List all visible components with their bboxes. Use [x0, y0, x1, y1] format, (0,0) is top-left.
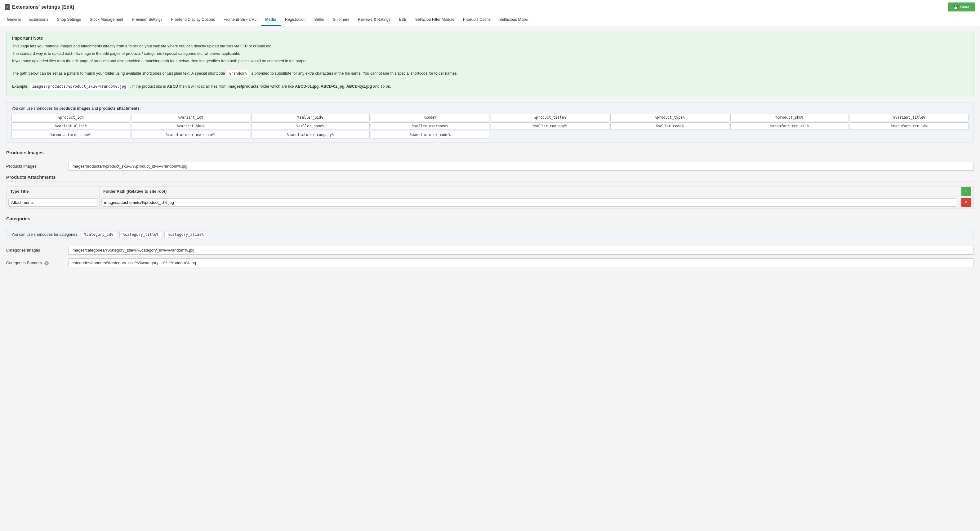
- nav-tab-general[interactable]: General: [3, 14, 25, 26]
- nav-tab-frontend-sef[interactable]: Frontend SEF URL: [219, 14, 261, 26]
- products-attachments-heading: Products Attachments: [6, 174, 974, 180]
- nav-tab-shop-settings[interactable]: Shop Settings: [53, 14, 86, 26]
- main-content: Important Note This page lets you manage…: [0, 26, 980, 276]
- attachments-table-header: Type Title Folder Path (Relative to site…: [6, 186, 974, 196]
- shortcode-tag: %variant_sku%: [131, 122, 250, 130]
- shortcode-tag: %manufacturer_sku%: [730, 122, 849, 130]
- pattern-text-before: The path below can be set as a pattern t…: [12, 71, 225, 76]
- example-text-before: . If the product sku is: [130, 84, 166, 89]
- shortcodes-intro-before: You can use shortcodes for: [11, 106, 58, 111]
- add-attachment-button[interactable]: +: [961, 187, 971, 196]
- nav-tab-b2b[interactable]: B2B: [395, 14, 411, 26]
- shortcode-tag: %seller_name%: [251, 122, 370, 130]
- nav-tab-sellacious-mailer[interactable]: Sellacious Mailer: [495, 14, 533, 26]
- products-images-input[interactable]: [68, 162, 974, 171]
- nav-tab-shipment[interactable]: Shipment: [328, 14, 353, 26]
- shortcode-tag: %variant_title%: [850, 114, 969, 121]
- shortcode-tag: %seller_username%: [371, 122, 489, 130]
- nav-tabs: GeneralExtensionsShop SettingsStock Mana…: [0, 14, 980, 26]
- save-icon: 💾: [953, 5, 958, 9]
- remove-attachment-button[interactable]: ×: [961, 198, 971, 207]
- pattern-shortcode-badge: %random%: [227, 70, 249, 77]
- shortcode-tag: %seller_uid%: [251, 114, 370, 121]
- shortcode-tag: %code%: [371, 114, 489, 121]
- attachment-row: ×: [6, 196, 974, 209]
- categories-banners-input[interactable]: [68, 258, 974, 267]
- page-title: ≡ Extensions' settings [Edit]: [5, 4, 74, 10]
- shortcode-tag: %product_sku%: [730, 114, 849, 121]
- cat-shortcode-title: %category_title%: [119, 231, 162, 238]
- example-text-end: folder which are like: [259, 84, 294, 89]
- shortcode-tag: %variant_alias%: [11, 122, 130, 130]
- nav-tab-products-cache[interactable]: Products Cache: [459, 14, 495, 26]
- categories-images-input[interactable]: [68, 246, 974, 255]
- products-attachments-section: Products Attachments Type Title Folder P…: [6, 174, 974, 209]
- menu-icon: ≡: [5, 4, 10, 10]
- info-pattern-line: The path below can be set as a pattern t…: [12, 70, 968, 77]
- example-files: ABCD-01.jpg, ABCD-02.jpg, ABCD-xyz.jpg: [295, 84, 372, 89]
- categories-heading: Categories: [6, 216, 974, 221]
- nav-tab-seller[interactable]: Seller: [310, 14, 328, 26]
- info-box-title: Important Note: [12, 36, 968, 41]
- save-button[interactable]: 💾 Save: [948, 3, 975, 11]
- example-text-middle: then it will load all files from: [179, 84, 226, 89]
- shortcodes-and: and: [91, 106, 98, 111]
- categories-banners-label: Categories Banners i: [6, 260, 68, 265]
- cat-shortcode-alias: %category_alias%: [164, 231, 207, 238]
- type-title-cell: [6, 197, 100, 208]
- products-images-section: Products Images Products Images: [6, 150, 974, 171]
- shortcode-tag: %manufacturer_username%: [131, 131, 250, 138]
- shortcodes-products-attachments: products attachments: [99, 106, 140, 111]
- products-images-label: Products Images: [6, 164, 68, 168]
- nav-tab-reviews[interactable]: Reviews & Ratings: [353, 14, 395, 26]
- categories-shortcodes-bar: You can use shortcodes for categories: %…: [6, 228, 974, 241]
- shortcode-tag: %manufacturer_code%: [371, 131, 489, 138]
- categories-banners-info-icon[interactable]: i: [45, 261, 49, 265]
- add-row-button-cell: +: [958, 187, 974, 196]
- shortcodes-section: You can use shortcodes for products imag…: [6, 102, 974, 143]
- example-sku: ABCD: [167, 84, 178, 89]
- type-title-input[interactable]: [8, 198, 97, 207]
- cat-shortcodes-intro: You can use shortcodes for categories:: [11, 232, 78, 237]
- nav-tab-registration[interactable]: Registration: [281, 14, 310, 26]
- pattern-text-after: is provided to substitute for any extra …: [251, 71, 458, 76]
- example-code: images/products/%product_sku%-%random%.j…: [30, 83, 128, 90]
- shortcodes-intro: You can use shortcodes for products imag…: [11, 106, 969, 111]
- shortcode-tag: %product_title%: [491, 114, 609, 121]
- shortcode-tag: %seller_code%: [610, 122, 729, 130]
- shortcode-tag: %manufacturer_company%: [251, 131, 370, 138]
- header: ≡ Extensions' settings [Edit] 💾 Save: [0, 0, 980, 14]
- nav-tab-stock-management[interactable]: Stock Management: [85, 14, 127, 26]
- col-type-title: Type Title: [6, 187, 100, 196]
- products-images-row: Products Images: [6, 162, 974, 171]
- info-example-line: Example: images/products/%product_sku%-%…: [12, 83, 968, 90]
- shortcode-tag: %product_type%: [610, 114, 729, 121]
- example-text-final: and so on.: [373, 84, 391, 89]
- shortcode-tag: %seller_company%: [491, 122, 609, 130]
- shortcode-tag: %manufacturer_name%: [11, 131, 130, 138]
- categories-banners-row: Categories Banners i: [6, 258, 974, 267]
- info-line-2: The standard way is to upload each file/…: [12, 51, 968, 57]
- save-label: Save: [960, 5, 969, 9]
- shortcode-grid: %product_id%%variant_id%%seller_uid%%cod…: [11, 114, 969, 138]
- nav-tab-media[interactable]: Media: [261, 14, 280, 26]
- info-line-3: If you have uploaded files from the edit…: [12, 58, 968, 64]
- folder-path-cell: [100, 197, 958, 208]
- categories-images-label: Categories Images: [6, 248, 68, 252]
- nav-tab-premium-settings[interactable]: Premium Settings: [127, 14, 167, 26]
- categories-images-row: Categories Images: [6, 246, 974, 255]
- remove-row-cell: ×: [958, 197, 974, 208]
- products-images-heading: Products Images: [6, 150, 974, 155]
- categories-divider: [6, 223, 974, 223]
- folder-path-input[interactable]: [102, 198, 956, 207]
- categories-section: Categories You can use shortcodes for ca…: [6, 216, 974, 267]
- nav-tab-frontend-display[interactable]: Frontend Display Options: [167, 14, 219, 26]
- col-folder-path: Folder Path (Relative to site root): [100, 187, 958, 196]
- nav-tab-extensions[interactable]: Extensions: [25, 14, 52, 26]
- shortcode-tag: %variant_id%: [131, 114, 250, 121]
- title-text: Extensions' settings [Edit]: [12, 4, 74, 10]
- info-box: Important Note This page lets you manage…: [6, 31, 974, 96]
- cat-shortcode-id: %category_id%: [81, 231, 117, 238]
- nav-tab-sellaciou-filter[interactable]: Sellaciou Filter Module: [411, 14, 459, 26]
- example-label: Example:: [12, 84, 28, 89]
